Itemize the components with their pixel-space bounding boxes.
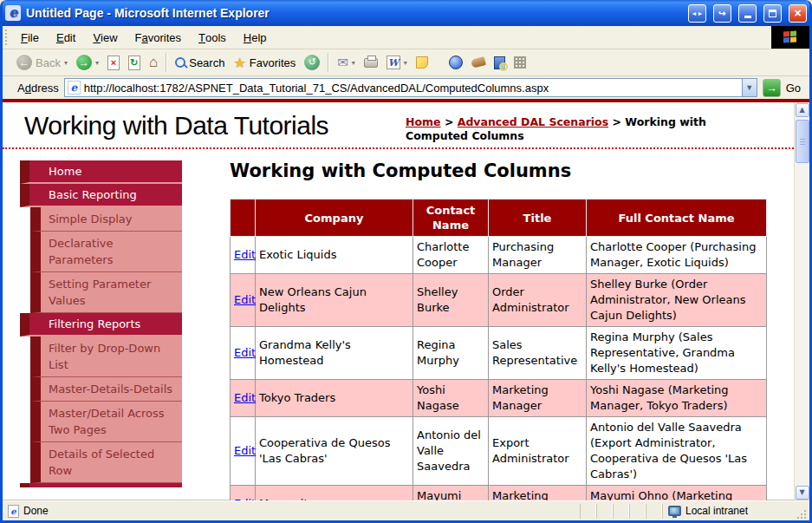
messenger-button[interactable]	[445, 52, 467, 74]
refresh-button[interactable]: ↻	[124, 52, 145, 74]
standard-toolbar: ← Back ▾ → ▾ × ↻ ⌂ Search ★ Favorites ↺ …	[3, 49, 809, 76]
page-content: Working with Data Tutorials Home > Advan…	[3, 102, 794, 500]
main-content: Working with Computed Columns Company Co…	[182, 149, 794, 500]
status-pane	[646, 504, 662, 519]
table-row: Edit New Orleans Cajun Delights Shelley …	[231, 274, 767, 327]
edit-link[interactable]: Edit	[234, 444, 256, 457]
sidebar-item-home[interactable]: Home	[20, 160, 182, 184]
status-pane	[629, 504, 646, 519]
cell-full-name: Shelley Burke (Order Administrator, New …	[587, 274, 767, 327]
intranet-zone-icon	[668, 506, 681, 516]
research-icon	[494, 56, 505, 69]
breadcrumb: Home > Advanced DAL Scenarios > Working …	[406, 115, 768, 144]
edit-link[interactable]: Edit	[234, 293, 256, 306]
sidebar-item-basic-reporting[interactable]: Basic Reporting	[20, 184, 182, 207]
browser-window: e Untitled Page - Microsoft Internet Exp…	[0, 0, 812, 523]
menu-view[interactable]: View	[84, 26, 126, 49]
window-arrows-button[interactable]: ◄►	[688, 4, 706, 23]
history-icon: ↺	[304, 55, 320, 70]
forward-button[interactable]: → ▾	[72, 52, 103, 74]
minimize-button[interactable]	[738, 4, 757, 23]
stop-icon: ×	[107, 56, 120, 70]
url-text: http://localhost:1782/ASPNET_Data_Tutori…	[84, 82, 738, 95]
snippet-button[interactable]	[510, 52, 530, 74]
breadcrumb-section-link[interactable]: Advanced DAL Scenarios	[458, 115, 608, 128]
sidebar-item-master-detail-across-two-pages[interactable]: Master/Detail Across Two Pages	[30, 402, 182, 442]
edit-link[interactable]: Edit	[234, 346, 256, 359]
cell-company: New Orleans Cajun Delights	[256, 274, 413, 327]
toolbar-separator	[166, 53, 167, 72]
sidebar-nav: Home Basic Reporting Simple Display Decl…	[20, 160, 182, 500]
research-button[interactable]	[490, 52, 510, 74]
window-title: Untitled Page - Microsoft Internet Explo…	[26, 6, 681, 20]
address-input[interactable]: e http://localhost:1782/ASPNET_Data_Tuto…	[64, 78, 757, 97]
menu-drag-handle[interactable]	[5, 29, 10, 45]
word-dropdown-icon: ▾	[404, 59, 407, 67]
zone-text: Local intranet	[685, 505, 748, 517]
menu-favorites[interactable]: Favorites	[127, 26, 190, 49]
forward-dropdown-icon: ▾	[95, 59, 99, 67]
cell-company: Exotic Liquids	[256, 237, 413, 274]
sidebar-item-clipped[interactable]	[20, 483, 182, 487]
cell-full-name: Mayumi Ohno (Marketing Representative, M…	[587, 486, 767, 501]
window-popout-button[interactable]: ↪	[713, 4, 731, 23]
status-pane	[596, 504, 613, 519]
table-row: Edit Cooperativa de Quesos 'Las Cabras' …	[231, 417, 767, 486]
maximize-button[interactable]	[763, 4, 782, 23]
edit-with-word-button[interactable]: W ▾	[382, 52, 412, 74]
favorites-star-icon: ★	[233, 55, 245, 71]
menu-bar: File Edit View Favorites Tools Help	[3, 26, 809, 49]
stop-button[interactable]: ×	[103, 52, 124, 74]
vertical-scrollbar: ▲ ▼	[794, 102, 809, 500]
sidebar-item-filter-by-dropdown-list[interactable]: Filter by Drop-Down List	[30, 337, 182, 377]
edit-link[interactable]: Edit	[234, 497, 256, 500]
scroll-up-button[interactable]: ▲	[796, 103, 809, 117]
ie-app-icon: e	[5, 5, 21, 21]
resize-grip[interactable]	[796, 508, 808, 520]
favorites-button[interactable]: ★ Favorites	[229, 52, 300, 74]
go-button[interactable]: →	[763, 79, 781, 97]
back-button[interactable]: ← Back ▾	[12, 52, 72, 74]
cell-title: Sales Representative	[489, 327, 587, 380]
search-button[interactable]: Search	[171, 52, 229, 74]
discuss-button[interactable]	[412, 52, 432, 74]
go-label[interactable]: Go	[786, 82, 806, 95]
status-pane	[580, 504, 596, 519]
address-label: Address	[17, 82, 59, 95]
sidebar-item-details-of-selected-row[interactable]: Details of Selected Row	[30, 442, 182, 483]
sidebar-item-filtering-reports[interactable]: Filtering Reports	[20, 313, 182, 337]
home-button[interactable]: ⌂	[145, 52, 162, 74]
scroll-down-button[interactable]: ▼	[796, 486, 809, 500]
menu-tools[interactable]: Tools	[190, 26, 235, 49]
cell-title: Export Administrator	[489, 417, 587, 486]
sidebar-item-declarative-parameters[interactable]: Declarative Parameters	[30, 232, 182, 272]
col-header-company: Company	[256, 199, 413, 237]
menu-file[interactable]: File	[12, 26, 48, 49]
sidebar-item-simple-display[interactable]: Simple Display	[30, 207, 182, 232]
addon-icon	[471, 56, 486, 69]
close-button[interactable]: ×	[789, 4, 807, 23]
page-viewport: Working with Data Tutorials Home > Advan…	[3, 102, 809, 500]
menu-help[interactable]: Help	[235, 26, 276, 49]
scrollbar-thumb[interactable]	[796, 120, 809, 163]
table-row: Edit Exotic Liquids Charlotte Cooper Pur…	[231, 237, 767, 274]
breadcrumb-home-link[interactable]: Home	[406, 115, 441, 128]
cell-contact: Charlotte Cooper	[413, 237, 489, 274]
edit-link[interactable]: Edit	[234, 391, 256, 404]
refresh-icon: ↻	[128, 56, 140, 70]
menu-edit[interactable]: Edit	[48, 26, 84, 49]
history-button[interactable]: ↺	[300, 52, 324, 74]
cell-title: Marketing Manager	[489, 380, 587, 417]
cell-company: Tokyo Traders	[256, 380, 413, 417]
print-button[interactable]	[360, 52, 382, 74]
mail-button[interactable]: ✉ ▾	[333, 52, 360, 74]
messenger-icon	[449, 56, 463, 69]
sidebar-item-setting-parameter-values[interactable]: Setting Parameter Values	[30, 272, 182, 313]
edit-link[interactable]: Edit	[234, 248, 256, 261]
address-dropdown-button[interactable]: ▼	[742, 79, 757, 96]
addon-button[interactable]	[467, 52, 490, 74]
col-header-edit	[231, 199, 256, 237]
table-header-row: Company Contact Name Title Full Contact …	[231, 199, 767, 237]
sidebar-item-master-details-details[interactable]: Master-Details-Details	[30, 377, 182, 402]
cell-title: Purchasing Manager	[489, 237, 587, 274]
